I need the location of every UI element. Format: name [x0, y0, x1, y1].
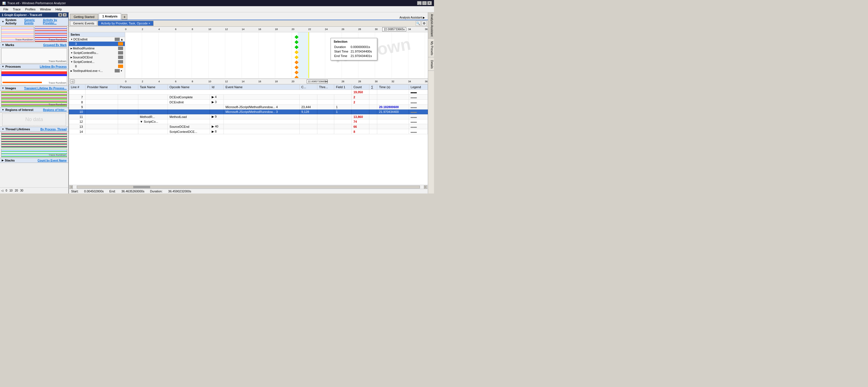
col-legend[interactable]: Legend [409, 84, 428, 90]
system-activity-thumbnails: Trace Rundown Trace Rundown [0, 26, 68, 42]
scroll-track[interactable] [77, 186, 420, 188]
sec-tab-activity-by-provider[interactable]: Activity by Provider, Task, Opcode × [98, 21, 153, 26]
table-row[interactable]: 13 SourceDCEnd ▶ 40 66 ▬▬ [69, 124, 428, 129]
link-transient-lifetime[interactable]: Transient Lifetime By Process... [24, 87, 67, 90]
cell-thre [317, 109, 334, 114]
start-value: 0.004502800s [84, 189, 104, 193]
col-task[interactable]: Task Name [138, 84, 168, 90]
thumbnail-marks[interactable]: Trace Rundown [1, 48, 67, 64]
link-generic-events[interactable]: Generic Events [24, 19, 41, 25]
series-item-scriptcontextru[interactable]: ▼ ScriptContextRu... [69, 50, 125, 55]
menu-profiles[interactable]: Profiles [23, 7, 38, 11]
thumbnail-threads1[interactable] [1, 132, 67, 148]
section-thread-lifetimes[interactable]: ▼ Thread Lifetimes By Process, Thread [0, 127, 68, 132]
table-row[interactable]: 9 Microsoft-JScript/MethodRunndow... 4 2… [69, 105, 428, 109]
cell-time [377, 100, 409, 105]
section-regions[interactable]: ▼ Regions of Interest Regions of Inter..… [0, 107, 68, 112]
thumbnail-generic-events[interactable]: Trace Rundown [1, 26, 34, 42]
tab-analysis[interactable]: 1 Analysis [99, 13, 121, 20]
minimize-button[interactable]: _ [417, 1, 422, 5]
section-processes[interactable]: ▼ Processes Lifetime By Process [0, 64, 68, 69]
col-event[interactable]: Event Name [224, 84, 300, 90]
title-bar: 📊 Trace.etl - Windows Performance Analyz… [0, 0, 434, 6]
cell-count [352, 109, 369, 114]
tab-getting-started[interactable]: Getting Started [70, 14, 98, 20]
data-table-container: Line # Provider Name Process Task Name O… [69, 84, 428, 185]
section-system-activity[interactable]: ▼ System Activity Generic Events Activit… [0, 17, 68, 26]
col-c[interactable]: C... [300, 84, 317, 90]
chart-viewport[interactable]: Selection Duration 0.000000001s Start Ti… [125, 32, 428, 78]
thumb-label-activity: Trace Rundown [49, 38, 66, 41]
series-item-sourcedcend[interactable]: ▶ SourceDCEnd [69, 55, 125, 60]
series-item-3[interactable]: 3 [69, 42, 125, 46]
menu-trace[interactable]: Trace [11, 7, 23, 11]
tab-add-button[interactable]: + [122, 14, 127, 20]
series-item-textinputhost[interactable]: ▶ TextInputHost.exe <... ▼ [69, 69, 125, 73]
menu-help[interactable]: Help [53, 7, 64, 11]
col-opcode[interactable]: Opcode Name [168, 84, 210, 90]
settings-button[interactable]: ⚙ [422, 21, 427, 26]
thumbnail-threads2[interactable]: Trace Rundown [1, 149, 67, 157]
diamond-orange-2 [294, 65, 299, 69]
table-row[interactable]: 14 ScriptContextDCE... ▶ 8 8 ▬▬ [69, 129, 428, 134]
table-row[interactable]: 10 Microsoft-JScript/MethodRunndow... 3 … [69, 109, 428, 114]
table-row[interactable]: 8 DCEndInit ▶ 3 2 ▬▬ [69, 100, 428, 105]
col-provider[interactable]: Provider Name [85, 84, 118, 90]
cell-line: 7 [69, 95, 86, 100]
col-thre[interactable]: Thre... [317, 84, 334, 90]
sidebar-tab-details[interactable]: Details [428, 59, 434, 71]
cell-field1 [334, 129, 352, 134]
link-lifetime-by-process[interactable]: Lifetime By Process [40, 65, 67, 68]
link-grouped-by-mark[interactable]: Grouped By Mark [43, 43, 67, 47]
series-item-methodruntime[interactable]: ▶ MethodRuntime [69, 46, 125, 50]
cell-field1 [334, 114, 352, 119]
sidebar-tab-analysis-assistant[interactable]: Analysis Assistant [428, 12, 434, 38]
search-button[interactable]: 🔍 [416, 21, 421, 26]
series-item-scriptcontext[interactable]: ▼ ScriptContext... [69, 60, 125, 64]
expand-icon-scriptctx: ▼ [70, 52, 73, 54]
menu-file[interactable]: File [1, 7, 11, 11]
col-field1[interactable]: Field 1 [334, 84, 352, 90]
link-activity-by-provider[interactable]: Activity by Provider... [43, 19, 67, 25]
table-row[interactable]: 11 MethodR... MethodLoad ▶ 9 13,860 ▬▬ [69, 114, 428, 119]
cell-time [377, 129, 409, 134]
sidebar-tab-my-presets[interactable]: My Presets [428, 40, 434, 57]
col-time[interactable]: Time (s) [377, 84, 409, 90]
section-title-regions: Regions of Interest [5, 108, 33, 111]
thumbnail-processes[interactable]: Trace Rundown [1, 70, 67, 85]
maximize-button[interactable]: □ [422, 1, 427, 5]
horizontal-scrollbar[interactable]: ◁ ▷ [69, 185, 428, 189]
section-marks[interactable]: ▼ Marks Grouped By Mark [0, 42, 68, 47]
link-regions-of-inter[interactable]: Regions of Inter... [43, 108, 67, 111]
col-process[interactable]: Process [118, 84, 138, 90]
link-by-process-thread[interactable]: By Process, Thread [40, 128, 67, 131]
col-line[interactable]: Line # [69, 84, 86, 90]
col-id[interactable]: Id [210, 84, 224, 90]
sec-tab-generic-events[interactable]: Generic Events [70, 21, 97, 26]
cell-field1 [334, 100, 352, 105]
scroll-thumb[interactable] [133, 186, 150, 188]
thumbnail-activity-by-provider[interactable]: Trace Rundown [35, 26, 67, 42]
col-sum[interactable]: ∑ [369, 84, 377, 90]
scroll-right-table-btn[interactable]: ▷ [424, 185, 427, 189]
scroll-left-table-btn[interactable]: ◁ [69, 185, 73, 189]
analysis-assistant-sidebar-toggle[interactable]: Analysis Assistant ▶ [398, 15, 427, 20]
panel-close-btn[interactable]: ✕ [63, 13, 67, 16]
series-item-dcendinit[interactable]: ▼ DCEndInit ▲ [69, 37, 125, 42]
scroll-left-btn[interactable]: ◁ [70, 79, 75, 83]
menu-window[interactable]: Window [38, 7, 53, 11]
thumbnail-images[interactable]: Trace Rundown [1, 91, 67, 107]
section-images[interactable]: ▼ Images Transient Lifetime By Process..… [0, 86, 68, 91]
table-row[interactable]: 7 DCEndComplete ▶ 4 2 ▬▬ [69, 95, 428, 100]
table-row[interactable]: 12 ▼ ScriptCo... 74 ▬▬ [69, 119, 428, 124]
col-count[interactable]: Count [352, 84, 369, 90]
right-panel: Getting Started 1 Analysis + Analysis As… [69, 12, 428, 194]
panel-float-btn[interactable]: ⊞ [58, 13, 62, 16]
link-count-by-event[interactable]: Count by Event Name [38, 159, 67, 162]
close-button[interactable]: ✕ [427, 1, 432, 5]
cell-c: 9,128 [300, 109, 317, 114]
series-item-8[interactable]: 8 [69, 64, 125, 69]
cell-legend: ▬▬ [409, 100, 428, 105]
section-stacks[interactable]: ▶ Stacks Count by Event Name [0, 158, 68, 163]
cell-legend: ▬▬ [409, 129, 428, 134]
